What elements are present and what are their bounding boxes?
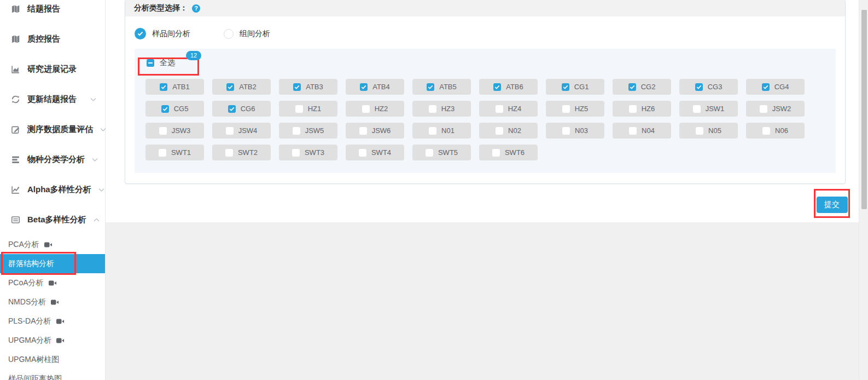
sample-checkbox-item[interactable]: N02 [479,123,538,139]
sample-checkbox-item[interactable]: N04 [613,123,671,139]
sidebar-subitem-pca[interactable]: PCA分析 [0,235,105,254]
sidebar-subitem-upgma[interactable]: UPGMA分析 [0,331,105,350]
sample-checkbox-item[interactable]: HZ6 [613,101,671,117]
sidebar-subitem-label: UPGMA树柱图 [8,355,59,365]
sample-checkbox-item[interactable]: N05 [679,123,738,139]
sidebar-subitem-plsda[interactable]: PLS-DA分析 [0,312,105,331]
scrollbar-thumb[interactable] [861,10,867,209]
sample-checkbox-item[interactable]: JSW5 [279,123,337,139]
sample-checkbox-item[interactable]: SWT2 [212,145,271,160]
sample-checkbox-item[interactable]: JSW4 [212,123,271,139]
sidebar-subitem-nmds[interactable]: NMDS分析 [0,292,105,312]
sample-checkbox-item[interactable]: SWT3 [279,145,337,160]
sidebar-subitem-community-structure[interactable]: 群落结构分析 [0,254,105,273]
sidebar-item-update-report[interactable]: 更新结题报告 [0,84,105,114]
sample-checkbox-item[interactable]: N03 [546,123,604,139]
radio-group-analysis[interactable] [224,29,234,39]
sample-checkbox-item[interactable]: ATB6 [479,79,538,95]
sample-label: JSW1 [706,105,725,113]
select-all-checkbox[interactable] [147,59,154,67]
sample-checkbox [493,83,501,91]
video-icon[interactable] [51,299,59,306]
check-icon [361,85,366,89]
sample-checkbox [226,127,234,135]
sample-checkbox-item[interactable]: ATB2 [212,79,271,95]
sample-label: SWT2 [238,148,258,157]
sidebar-item-label: 更新结题报告 [27,94,77,105]
submit-button[interactable]: 提交 [817,197,848,213]
sample-checkbox-item[interactable]: ATB4 [346,79,404,95]
video-icon[interactable] [44,241,53,248]
sample-checkbox-item[interactable]: ATB3 [279,79,337,95]
chevron-down-icon [100,128,106,132]
sidebar-subitem-distance-heatmap[interactable]: 样品间距离热图 [0,369,105,380]
radio-label[interactable]: 组间分析 [240,29,270,39]
sample-checkbox-item[interactable]: N06 [746,123,805,139]
sidebar-subitem-pcoa[interactable]: PCoA分析 [0,273,105,292]
sample-label: HZ1 [308,105,322,113]
radio-label[interactable]: 样品间分析 [152,29,190,39]
sample-checkbox-item[interactable]: JSW2 [746,101,805,117]
sample-checkbox [161,105,169,113]
radio-sample-analysis[interactable] [135,28,146,39]
refresh-icon [11,95,20,104]
sample-checkbox-item[interactable]: HZ5 [546,101,604,117]
sample-checkbox-item[interactable]: JSW3 [145,123,204,139]
question-circle-icon[interactable]: ? [192,4,200,13]
sample-checkbox-item[interactable]: SWT4 [346,145,404,160]
sidebar-subitem-upgma-tree[interactable]: UPGMA树柱图 [0,350,105,369]
sidebar-item-beta-diversity[interactable]: Beta多样性分析 [0,205,105,235]
sample-checkbox-item[interactable]: CG3 [679,79,738,95]
sidebar-item-seq-quality[interactable]: 测序数据质量评估 [0,114,105,145]
video-icon[interactable] [56,318,65,325]
sample-label: ATB2 [239,83,257,91]
sample-checkbox-item[interactable]: SWT1 [145,145,204,160]
sidebar-item-final-report[interactable]: 结题报告 [0,0,105,24]
sample-checkbox [226,83,234,91]
sample-label: CG4 [774,83,789,91]
page-title: 分析类型选择： [134,3,188,13]
sidebar-item-research-progress[interactable]: 研究进展记录 [0,54,105,84]
sample-checkbox-item[interactable]: CG6 [212,101,271,117]
sample-checkbox-item[interactable]: HZ2 [346,101,404,117]
sidebar: 结题报告 质控报告 研究进展记录 更新结题报告 测序数据质量评估 物种分类学分析… [0,0,106,380]
check-icon [494,85,500,89]
video-icon[interactable] [49,280,57,286]
sidebar-item-alpha-diversity[interactable]: Alpha多样性分析 [0,175,105,205]
select-all-row[interactable]: 全选 12 [147,56,175,70]
sample-checkbox-item[interactable]: SWT5 [412,145,471,160]
sample-checkbox-item[interactable]: HZ1 [279,101,337,117]
sample-checkbox-item[interactable]: ATB1 [145,79,204,95]
sample-checkbox-item[interactable]: SWT6 [479,145,538,160]
sample-label: HZ2 [375,105,388,113]
sample-checkbox [628,83,636,91]
sidebar-item-qc-report[interactable]: 质控报告 [0,24,105,54]
sidebar-item-taxonomy[interactable]: 物种分类学分析 [0,145,105,175]
sample-label: CG1 [574,83,589,91]
sample-checkbox [429,127,436,135]
sample-checkbox-item[interactable]: HZ4 [479,101,538,117]
list-icon [11,215,20,224]
sample-checkbox-item[interactable]: HZ3 [412,101,471,117]
check-icon [137,31,143,36]
sample-checkbox-item[interactable]: JSW1 [679,101,738,117]
sample-checkbox [562,105,570,113]
sample-label: JSW2 [772,105,791,113]
sample-label: N04 [642,126,655,135]
sample-label: N06 [775,126,788,135]
sample-checkbox [360,83,368,91]
sample-checkbox-item[interactable]: CG1 [546,79,604,95]
sample-checkbox-item[interactable]: CG5 [145,101,204,117]
sample-checkbox-item[interactable]: JSW6 [346,123,404,139]
line-chart-icon [11,185,20,194]
sample-label: JSW4 [238,126,258,135]
sample-checkbox [228,105,236,113]
sidebar-item-label: Alpha多样性分析 [27,185,91,195]
sample-checkbox-item[interactable]: CG2 [613,79,671,95]
sample-checkbox-item[interactable]: N01 [412,123,471,139]
sample-checkbox [293,127,300,135]
video-icon[interactable] [56,337,65,344]
sample-checkbox-item[interactable]: ATB5 [412,79,471,95]
sample-checkbox-item[interactable]: CG4 [746,79,805,95]
card-header: 分析类型选择： ? [125,0,845,16]
